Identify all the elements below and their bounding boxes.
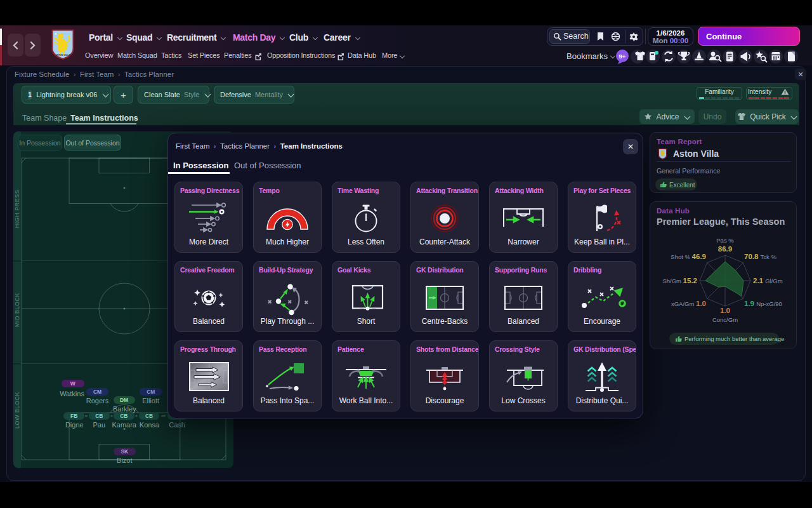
svg-text:86.9: 86.9 xyxy=(718,245,732,253)
svg-text:Conc/Gm: Conc/Gm xyxy=(712,316,738,323)
svg-text:Shot % 46.9: Shot % 46.9 xyxy=(671,253,706,260)
svg-text:70.8 Tck %: 70.8 Tck % xyxy=(744,253,776,260)
svg-text:2.1 Gl/Gm: 2.1 Gl/Gm xyxy=(753,277,783,284)
svg-text:ASTON VILLA: ASTON VILLA xyxy=(55,54,70,57)
svg-text:xGA/Gm 1.0: xGA/Gm 1.0 xyxy=(671,300,706,307)
svg-text:Pas %: Pas % xyxy=(716,237,734,244)
svg-text:Sh/Gm 15.2: Sh/Gm 15.2 xyxy=(662,277,697,284)
svg-text:1.0: 1.0 xyxy=(720,307,730,314)
svg-text:9+: 9+ xyxy=(619,53,626,60)
svg-text:1.9 Np-xG/90: 1.9 Np-xG/90 xyxy=(744,300,782,307)
